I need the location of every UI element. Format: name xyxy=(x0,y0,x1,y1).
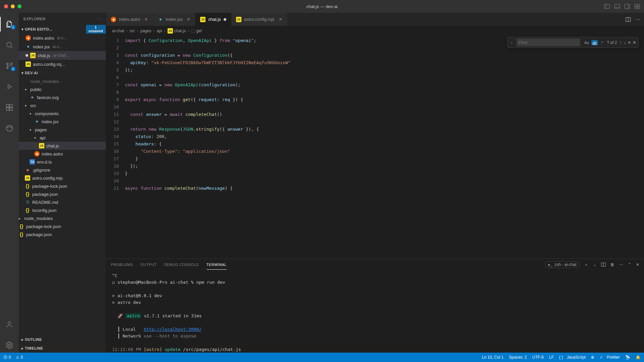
file-item[interactable]: ◈index.astro xyxy=(19,150,106,158)
search-icon xyxy=(5,41,13,49)
activity-explorer[interactable]: 1 xyxy=(0,17,19,32)
status-bell-icon[interactable]: 🔔 xyxy=(636,355,641,360)
js-icon: JS xyxy=(26,61,31,67)
panel-tab-debug[interactable]: DEBUG CONSOLE xyxy=(164,260,199,269)
code-editor[interactable]: 123456789101112131415161718192021 import… xyxy=(106,36,644,259)
kill-terminal-icon[interactable]: 🗑 xyxy=(610,262,614,267)
file-item[interactable]: TSenv.d.ts xyxy=(19,158,106,166)
status-copilot-icon[interactable]: ⊕ xyxy=(591,355,594,360)
open-editor-item[interactable]: JS astro.config.mj... xyxy=(19,60,106,69)
panel-tab-problems[interactable]: PROBLEMS xyxy=(111,260,133,269)
find-selection-icon[interactable]: ≡ xyxy=(628,40,631,45)
folder-item[interactable]: ▾public xyxy=(19,85,106,93)
activity-edge[interactable] xyxy=(0,121,19,136)
svg-point-0 xyxy=(7,42,11,47)
activity-settings[interactable] xyxy=(0,338,19,353)
close-window-button[interactable] xyxy=(4,4,8,8)
status-language[interactable]: { } JavaScript xyxy=(559,355,586,360)
file-item[interactable]: {}package.json xyxy=(19,190,106,198)
bottom-panel: PROBLEMS OUTPUT DEBUG CONSOLE TERMINAL ▸… xyxy=(106,259,644,353)
toggle-secondary-sidebar-icon[interactable] xyxy=(625,4,630,9)
status-feedback-icon[interactable]: 📡 xyxy=(625,355,630,360)
json-icon: {} xyxy=(19,224,24,229)
open-editor-item[interactable]: ⚛ index.jsx ai-c... xyxy=(19,42,106,51)
find-whole-word[interactable]: ab xyxy=(591,40,598,45)
maximize-panel-icon[interactable]: ⌃ xyxy=(628,262,631,267)
more-actions-icon[interactable]: ⋯ xyxy=(636,17,640,22)
maximize-window-button[interactable] xyxy=(17,4,21,8)
terminal[interactable]: ^C ○ stephan@MacBook-Pro ai-chat % npm r… xyxy=(106,270,644,353)
folder-item[interactable]: node_modules xyxy=(19,77,106,85)
find-input[interactable] xyxy=(516,39,580,46)
status-encoding[interactable]: UTF-8 xyxy=(532,355,544,360)
folder-item[interactable]: ▸node_modules xyxy=(19,214,106,222)
project-header[interactable]: ▾ DEV-AI xyxy=(19,69,106,77)
find-prev-icon[interactable]: ↑ xyxy=(619,40,622,45)
split-terminal-icon[interactable] xyxy=(601,262,606,267)
close-tab-icon[interactable]: ✕ xyxy=(187,17,190,22)
explorer-header: EXPLORER ⋯ xyxy=(19,13,106,25)
json-icon: {} xyxy=(19,232,24,237)
customize-layout-icon[interactable] xyxy=(635,4,640,9)
editor-tab[interactable]: ⚛index.jsx✕ xyxy=(153,13,196,26)
status-spaces[interactable]: Spaces: 2 xyxy=(509,355,527,360)
split-editor-icon[interactable] xyxy=(626,17,631,22)
terminal-profile[interactable]: ▸_ zsh - ai-chat xyxy=(545,261,580,268)
timeline-header[interactable]: ▸ TIMELINE xyxy=(19,344,106,353)
file-item[interactable]: {}package.json xyxy=(19,230,106,238)
file-item[interactable]: ◆.gitignore xyxy=(19,166,106,174)
file-item[interactable]: ★favicon.svg xyxy=(19,93,106,101)
editor-tab[interactable]: ◈index.astro✕ xyxy=(106,13,153,26)
file-item[interactable]: ⓘREADME.md xyxy=(19,198,106,206)
find-regex[interactable]: .* xyxy=(599,40,604,45)
toggle-primary-sidebar-icon[interactable] xyxy=(604,4,610,9)
status-cursor[interactable]: Ln 10, Col 1 xyxy=(482,355,504,360)
activity-account[interactable] xyxy=(0,317,19,332)
activity-source-control[interactable]: 1 xyxy=(0,58,19,73)
activity-search[interactable] xyxy=(0,38,19,52)
status-prettier[interactable]: ✓ Prettier xyxy=(600,355,620,360)
code-content[interactable]: import { Configuration, OpenAIApi } from… xyxy=(125,36,644,259)
folder-item[interactable]: ▾components xyxy=(19,109,106,118)
status-eol[interactable]: LF xyxy=(549,355,554,360)
file-item[interactable]: JSchat.js xyxy=(19,142,106,150)
breadcrumb[interactable]: ai-chat› src› pages› api› JS chat.js› ⬚ … xyxy=(106,26,644,36)
panel-tab-terminal[interactable]: TERMINAL xyxy=(206,260,227,270)
open-editors-header[interactable]: ▾ OPEN EDITO... 1 unsaved xyxy=(19,25,106,34)
close-tab-icon[interactable]: ✕ xyxy=(279,17,282,22)
status-errors[interactable]: ⓧ0 xyxy=(3,355,11,360)
find-next-icon[interactable]: ↓ xyxy=(624,40,626,45)
file-item[interactable]: {}tsconfig.json xyxy=(19,206,106,214)
editor-tab[interactable]: JSchat.js xyxy=(195,13,231,26)
close-panel-icon[interactable]: ✕ xyxy=(636,262,639,267)
file-item[interactable]: {}package-lock.json xyxy=(19,182,106,190)
unsaved-badge: 1 unsaved xyxy=(86,25,106,34)
outline-header[interactable]: ▸ OUTLINE xyxy=(19,335,106,344)
close-tab-icon[interactable]: ✕ xyxy=(144,17,148,22)
explorer-more-icon[interactable]: ⋯ xyxy=(97,17,101,21)
status-warnings[interactable]: ⚠0 xyxy=(16,355,23,360)
file-item[interactable]: ⚛index.jsx xyxy=(19,118,106,126)
astro-icon: ◈ xyxy=(111,17,116,22)
project-name: DEV-AI xyxy=(25,71,38,75)
panel-tab-output[interactable]: OUTPUT xyxy=(140,260,157,269)
find-toggle-replace-icon[interactable]: › xyxy=(510,39,514,46)
file-item[interactable]: JSastro.config.mjs xyxy=(19,174,106,182)
activity-extensions[interactable] xyxy=(0,100,19,115)
folder-item[interactable]: ▾src xyxy=(19,101,106,109)
open-editor-item[interactable]: JS chat.js ai-chat/... xyxy=(19,51,106,60)
folder-item[interactable]: ▾pages xyxy=(19,126,106,134)
panel-more-icon[interactable]: ⋯ xyxy=(619,262,623,267)
new-terminal-icon[interactable]: ＋ xyxy=(584,262,588,268)
terminal-dropdown-icon[interactable]: ⌄ xyxy=(593,262,596,267)
svg-point-9 xyxy=(8,322,11,324)
open-editor-item[interactable]: ◈ index.astro ai-c... xyxy=(19,34,106,42)
activity-run-debug[interactable] xyxy=(0,79,19,94)
folder-item[interactable]: ▾api xyxy=(19,134,106,142)
find-close-icon[interactable]: ✕ xyxy=(633,40,636,45)
editor-tab[interactable]: JSastro.config.mjs✕ xyxy=(231,13,287,26)
minimize-window-button[interactable] xyxy=(11,4,15,8)
toggle-panel-icon[interactable] xyxy=(614,4,620,9)
file-item[interactable]: {}package-lock.json xyxy=(19,222,106,230)
find-match-case[interactable]: Aa xyxy=(583,40,590,45)
